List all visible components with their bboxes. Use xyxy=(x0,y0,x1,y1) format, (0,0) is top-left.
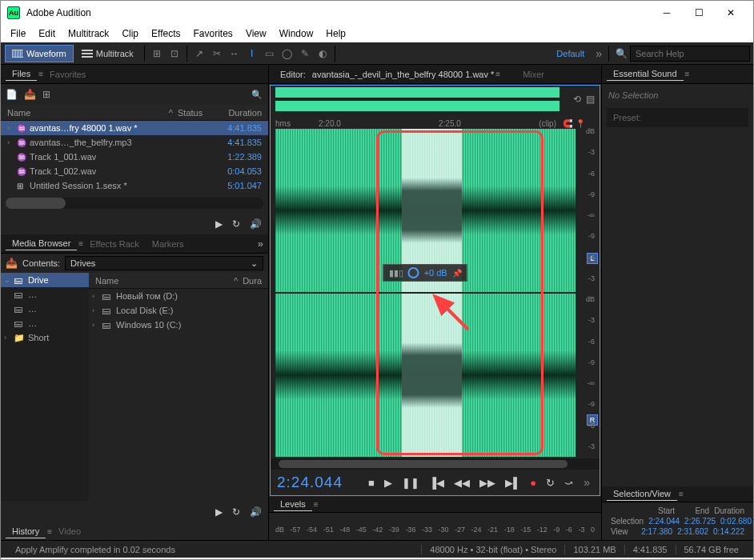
menu-file[interactable]: File xyxy=(4,28,32,39)
col-duration[interactable]: Duration xyxy=(210,108,262,118)
marquee-tool-icon[interactable]: ▭ xyxy=(263,47,276,60)
zoom-out-icon[interactable]: ⟲ xyxy=(573,94,581,105)
drive-item[interactable]: 🖴… xyxy=(1,316,89,330)
workspace-selector[interactable]: Default xyxy=(548,49,592,58)
play-button[interactable]: ▶ xyxy=(382,477,395,489)
maximize-button[interactable]: ☐ xyxy=(683,2,715,24)
overview-waveform[interactable]: ⟲ ▤ xyxy=(271,86,600,113)
sv-selection-start[interactable]: 2:24.044 xyxy=(646,516,682,526)
waveform-mode-button[interactable]: Waveform xyxy=(5,45,74,62)
prev-button[interactable]: ▐◀ xyxy=(427,477,447,489)
right-channel[interactable] xyxy=(275,294,576,457)
file-row[interactable]: ⊞ Untitled Session 1.sesx * 5:01.047 xyxy=(1,178,268,193)
slip-tool-icon[interactable]: ↔ xyxy=(228,47,241,60)
file-row[interactable]: ›♒ avantas…_the_belfry.mp3 4:41.835 xyxy=(1,135,268,150)
transport-expand-icon[interactable]: » xyxy=(580,476,593,489)
move-tool-icon[interactable]: ↗ xyxy=(193,47,206,60)
waveform-display[interactable]: L R ▮▮▯ +0 dB 📌 xyxy=(271,127,600,458)
tab-levels[interactable]: Levels xyxy=(274,498,312,511)
tab-files[interactable]: Files xyxy=(6,67,37,81)
hud-pin-icon[interactable]: 📌 xyxy=(452,269,462,278)
lasso-tool-icon[interactable]: ◯ xyxy=(281,47,294,60)
files-scrollbar[interactable] xyxy=(6,198,263,209)
minimize-button[interactable]: ─ xyxy=(651,2,683,24)
sv-selection-duration[interactable]: 0:02.680 xyxy=(718,516,753,526)
amplify-value[interactable]: +0 dB xyxy=(424,268,447,278)
spot-heal-icon[interactable]: ◐ xyxy=(316,47,329,60)
time-ruler[interactable]: hms 2:20.0 2:25.0 (clip) 🧲 📍 xyxy=(271,113,600,127)
es-menu-icon[interactable]: ≡ xyxy=(685,70,690,78)
timecode-display[interactable]: 2:24.044 xyxy=(277,474,361,491)
loop-button[interactable]: ↻ xyxy=(543,477,557,489)
preview-autoplay-icon[interactable]: 🔊 xyxy=(250,218,262,230)
tab-history[interactable]: History xyxy=(6,525,46,538)
up-folder-icon[interactable]: 📥 xyxy=(6,258,18,269)
menu-view[interactable]: View xyxy=(239,28,273,39)
close-button[interactable]: ✕ xyxy=(715,2,747,24)
time-selection-icon[interactable]: I xyxy=(246,47,259,60)
col-name[interactable]: Name xyxy=(95,276,234,286)
drive-item[interactable]: ⌄🖴 Drive xyxy=(1,273,89,287)
mb-play-icon[interactable]: ▶ xyxy=(215,506,223,518)
preview-loop-icon[interactable]: ↻ xyxy=(232,218,240,230)
sv-menu-icon[interactable]: ≡ xyxy=(679,490,684,498)
workspace-expand-icon[interactable]: » xyxy=(592,47,605,60)
sv-view-duration[interactable]: 0:14.222 xyxy=(711,526,747,537)
stop-button[interactable]: ■ xyxy=(366,477,377,489)
sv-view-start[interactable]: 2:17.380 xyxy=(639,526,675,537)
tab-video[interactable]: Video xyxy=(52,525,87,538)
multitrack-mode-button[interactable]: Multitrack xyxy=(75,45,140,62)
tab-effects-rack[interactable]: Effects Rack xyxy=(83,238,146,250)
menu-window[interactable]: Window xyxy=(273,28,320,39)
drive-item[interactable]: ›📁 Short xyxy=(1,330,89,345)
sv-view-end[interactable]: 2:31.602 xyxy=(675,526,711,537)
import-icon[interactable]: 📥 xyxy=(24,89,36,100)
tab-essential-sound[interactable]: Essential Sound xyxy=(607,67,684,81)
menu-favorites[interactable]: Favorites xyxy=(187,28,239,39)
zoom-full-icon[interactable]: ▤ xyxy=(586,94,595,105)
folder-row[interactable]: ›🖴 Windows 10 (C:) xyxy=(89,318,268,332)
file-row[interactable]: ›♒ avantas…fry 48000 1.wav * 4:41.835 xyxy=(1,121,268,135)
filter-icon[interactable]: 🔍 xyxy=(251,88,263,101)
next-button[interactable]: ▶▌ xyxy=(503,477,523,489)
open-file-icon[interactable]: 📄 xyxy=(6,89,18,100)
menu-help[interactable]: Help xyxy=(319,28,352,39)
file-row[interactable]: ♒ Track 1_002.wav 0:04.053 xyxy=(1,164,268,178)
drive-item[interactable]: 🖴… xyxy=(1,287,89,302)
sv-selection-end[interactable]: 2:26.725 xyxy=(682,516,718,526)
new-file-icon[interactable]: ⊞ xyxy=(42,89,50,100)
contents-dropdown[interactable]: Drives ⌄ xyxy=(65,256,263,270)
tab-selection-view[interactable]: Selection/View xyxy=(607,487,677,501)
help-search-input[interactable] xyxy=(630,46,750,62)
skip-selection-button[interactable]: ⤻ xyxy=(562,477,576,489)
brush-tool-icon[interactable]: ✎ xyxy=(299,47,311,60)
folder-row[interactable]: ›🖴 Новый том (D:) xyxy=(89,289,268,303)
tab-markers[interactable]: Markers xyxy=(146,238,191,250)
tab-favorites[interactable]: Favorites xyxy=(43,68,92,81)
collapse-icon[interactable]: » xyxy=(258,238,263,250)
col-status[interactable]: Status xyxy=(178,108,210,118)
levels-menu-icon[interactable]: ≡ xyxy=(314,500,319,509)
razor-tool-icon[interactable]: ✂ xyxy=(211,47,223,60)
mb-loop-icon[interactable]: ↻ xyxy=(232,506,240,518)
spectral-freq-icon[interactable]: ⊞ xyxy=(150,47,163,60)
folder-row[interactable]: ›🖴 Local Disk (E:) xyxy=(89,303,268,318)
record-button[interactable]: ● xyxy=(527,477,539,489)
col-duration[interactable]: Dura xyxy=(243,276,262,286)
menu-effects[interactable]: Effects xyxy=(145,28,186,39)
tab-mixer[interactable]: Mixer xyxy=(516,68,551,81)
horiz-scrollbar[interactable] xyxy=(271,458,600,470)
menu-edit[interactable]: Edit xyxy=(32,28,62,39)
preview-play-icon[interactable]: ▶ xyxy=(215,218,223,230)
amplify-knob[interactable] xyxy=(408,267,419,278)
editor-menu-icon[interactable]: ≡ xyxy=(495,70,500,78)
menu-multitrack[interactable]: Multitrack xyxy=(62,28,115,39)
spectral-pitch-icon[interactable]: ⊡ xyxy=(168,47,181,60)
mb-autoplay-icon[interactable]: 🔊 xyxy=(250,506,262,518)
drive-item[interactable]: 🖴… xyxy=(1,302,89,316)
menu-clip[interactable]: Clip xyxy=(115,28,145,39)
tab-media-browser[interactable]: Media Browser xyxy=(6,237,77,250)
forward-button[interactable]: ▶▶ xyxy=(477,477,498,489)
rewind-button[interactable]: ◀◀ xyxy=(451,477,472,489)
volume-hud[interactable]: ▮▮▯ +0 dB 📌 xyxy=(383,264,467,282)
